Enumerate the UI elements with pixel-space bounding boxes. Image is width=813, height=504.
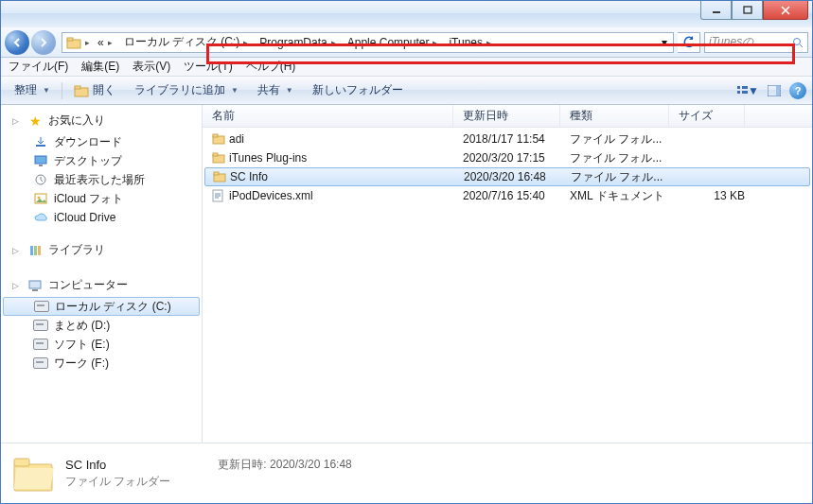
view-options-button[interactable]: ▼ [736,80,759,101]
tree-item-drive-c[interactable]: ローカル ディスク (C:) [3,297,200,316]
column-headers[interactable]: 名前 更新日時 種類 サイズ [203,105,812,128]
breadcrumb-label: ProgramData [259,36,327,49]
breadcrumb-item[interactable]: ローカル ディスク (C:)▸ [118,33,255,52]
add-to-library-button[interactable]: ライブラリに追加▼ [127,79,246,101]
svg-rect-27 [213,153,218,156]
svg-rect-25 [213,134,218,137]
svg-rect-7 [737,86,740,89]
menu-view[interactable]: 表示(V) [133,59,170,75]
folder-icon [212,152,229,164]
drive-icon [33,318,48,333]
list-row[interactable]: iTunes Plug-ins2020/3/20 17:15ファイル フォル..… [203,148,812,167]
breadcrumb-prefix[interactable]: «▸ [92,33,118,52]
svg-rect-9 [737,91,740,94]
drive-icon [34,299,49,314]
open-button[interactable]: 開く [66,79,123,101]
breadcrumb-item[interactable]: ProgramData▸ [254,33,341,52]
folder-icon [213,171,230,182]
share-button[interactable]: 共有▼ [250,79,301,101]
explorer-window: ▸ «▸ ローカル ディスク (C:)▸ ProgramData▸ Apple … [0,0,813,504]
svg-rect-0 [713,11,720,13]
search-input[interactable]: iTunesの... [704,32,808,53]
row-date: 2020/3/20 16:48 [464,170,571,183]
folder-open-icon [74,84,89,97]
svg-rect-13 [36,145,45,147]
list-row[interactable]: adi2018/1/17 11:54ファイル フォル... [203,130,812,148]
row-name: SC Info [230,170,464,183]
computer-group[interactable]: ▷コンピューター [1,275,202,297]
breadcrumb-label: Apple Computer [347,36,430,49]
forward-button[interactable] [31,30,56,55]
list-row[interactable]: SC Info2020/3/20 16:48ファイル フォル... [204,167,810,186]
tree-item-icloud-photo[interactable]: iCloud フォト [1,189,202,208]
menu-file[interactable]: ファイル(F) [9,59,68,75]
drive-icon [33,356,48,371]
back-button[interactable] [5,30,29,55]
row-size: 13 KB [679,189,745,202]
row-name: iPodDevices.xml [229,189,463,202]
svg-rect-3 [67,38,73,41]
svg-rect-14 [35,156,46,164]
new-folder-button[interactable]: 新しいフォルダー [305,79,411,101]
tree-item-recent[interactable]: 最近表示した場所 [1,170,202,189]
preview-pane-button[interactable] [763,80,786,101]
help-button[interactable]: ? [789,82,806,99]
recent-icon [33,172,48,187]
col-date[interactable]: 更新日時 [453,105,560,127]
row-date: 2020/7/16 15:40 [463,189,570,202]
breadcrumb-item[interactable]: Apple Computer▸ [342,33,444,52]
svg-rect-22 [29,281,41,288]
toolbar: 整理▼ 開く ライブラリに追加▼ 共有▼ 新しいフォルダー ▼ ? [1,77,812,105]
folder-icon [212,133,229,145]
tree-item-desktop[interactable]: デスクトップ [1,151,202,170]
search-placeholder: iTunesの... [709,34,792,50]
drive-icon [33,337,48,352]
icloud-photo-icon [33,191,48,206]
titlebar [1,1,812,27]
breadcrumb[interactable]: ▸ «▸ ローカル ディスク (C:)▸ ProgramData▸ Apple … [62,32,674,53]
star-icon: ★ [27,113,43,129]
folder-icon[interactable]: ▸ [62,33,92,52]
breadcrumb-item[interactable]: iTunes▸ [443,33,497,52]
svg-point-4 [794,38,801,44]
details-meta: 更新日時: 2020/3/20 16:48 [218,457,351,473]
minimize-button[interactable] [700,1,732,20]
details-name: SC Info [65,458,170,472]
breadcrumb-label: iTunes [449,36,483,49]
row-name: adi [229,132,463,146]
icloud-drive-icon [33,210,48,225]
menu-edit[interactable]: 編集(E) [81,59,119,75]
tree-item-drive-e[interactable]: ソフト (E:) [1,335,202,354]
tree-item-drive-d[interactable]: まとめ (D:) [1,316,202,335]
maximize-button[interactable] [732,1,763,20]
tree-item-downloads[interactable]: ダウンロード [1,132,202,151]
close-button[interactable] [763,1,808,20]
favorites-group[interactable]: ▷★お気に入り [1,111,202,132]
details-type: ファイル フォルダー [65,474,170,490]
refresh-button[interactable] [678,32,700,53]
search-icon [792,37,804,48]
svg-rect-20 [34,246,37,255]
menu-help[interactable]: ヘルプ(H) [246,59,296,75]
svg-rect-29 [214,172,219,175]
libraries-group[interactable]: ▷ライブラリ [1,240,202,262]
file-list: 名前 更新日時 種類 サイズ adi2018/1/17 11:54ファイル フォ… [203,105,812,443]
tree-item-drive-f[interactable]: ワーク (F:) [1,354,202,373]
address-bar: ▸ «▸ ローカル ディスク (C:)▸ ProgramData▸ Apple … [1,27,812,58]
col-type[interactable]: 種類 [560,105,669,127]
row-date: 2020/3/20 17:15 [463,151,570,165]
navigation-tree[interactable]: ▷★お気に入り ダウンロード デスクトップ 最近表示した場所 iCloud フォ… [1,105,203,443]
svg-rect-23 [32,289,38,291]
list-row[interactable]: iPodDevices.xml2020/7/16 15:40XML ドキュメント… [203,186,812,205]
row-type: ファイル フォル... [570,131,679,148]
folder-large-icon [10,451,56,496]
col-name[interactable]: 名前 [203,105,453,127]
svg-rect-6 [75,86,80,89]
tree-item-icloud-drive[interactable]: iCloud Drive [1,208,202,227]
history-dropdown[interactable]: ▾ [656,36,673,49]
row-type: ファイル フォル... [571,169,680,185]
col-size[interactable]: サイズ [669,105,745,127]
organize-button[interactable]: 整理▼ [7,79,58,101]
menu-tools[interactable]: ツール(T) [184,59,232,75]
library-icon [27,243,43,258]
